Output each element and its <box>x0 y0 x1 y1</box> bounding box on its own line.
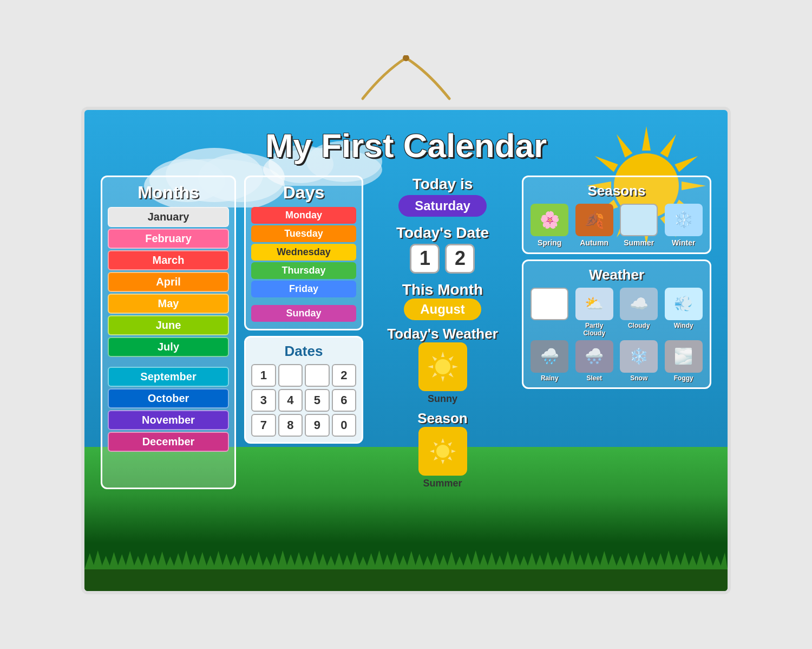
day-monday[interactable]: Monday <box>251 207 356 224</box>
weather-row2: 🌧️ Rainy 🌨️ Sleet ❄️ Snow 🌫️ <box>529 340 704 382</box>
month-may[interactable]: May <box>108 294 229 314</box>
autumn-icon: 🍂 <box>575 204 613 236</box>
months-title: Months <box>108 183 229 203</box>
winter-label: Winter <box>672 238 695 247</box>
dates-grid: 1 2 3 4 5 6 7 8 9 0 <box>251 364 356 437</box>
month-october[interactable]: October <box>108 388 229 408</box>
svg-marker-62 <box>253 551 264 569</box>
seasons-title: Seasons <box>529 183 704 199</box>
svg-point-29 <box>435 359 450 374</box>
weather-row1: ⛅ Partly Cloudy ☁️ Cloudy 💨 Windy <box>529 288 704 337</box>
date-digit-2[interactable]: 2 <box>445 244 475 274</box>
month-january[interactable]: January <box>108 207 229 227</box>
svg-marker-21 <box>441 352 444 357</box>
snow-label: Snow <box>630 374 647 382</box>
snow-icon: ❄️ <box>620 340 658 373</box>
season-icon[interactable] <box>418 427 467 476</box>
day-sunday[interactable]: Sunday <box>251 305 356 322</box>
date-2[interactable]: 2 <box>332 364 357 387</box>
date-empty2[interactable] <box>305 364 330 387</box>
todays-weather-icon[interactable] <box>418 342 467 391</box>
todays-weather-name: Sunny <box>428 393 457 405</box>
date-1[interactable]: 1 <box>251 364 276 387</box>
season-winter[interactable]: ❄️ Winter <box>663 204 705 247</box>
day-friday[interactable]: Friday <box>251 281 356 297</box>
svg-marker-24 <box>448 372 454 378</box>
season-section: Season <box>417 410 468 489</box>
todays-date-label: Today's Date <box>396 224 489 242</box>
month-december[interactable]: December <box>108 432 229 452</box>
sleet-label: Sleet <box>586 374 602 382</box>
month-november[interactable]: November <box>108 410 229 430</box>
summer-icon <box>620 204 658 236</box>
date-empty1[interactable] <box>278 364 303 387</box>
season-summer[interactable]: Summer <box>618 204 660 247</box>
cloudy-icon: ☁️ <box>620 288 658 320</box>
svg-marker-98 <box>542 551 553 569</box>
date-digit-1[interactable]: 1 <box>410 244 440 274</box>
svg-point-39 <box>436 445 449 458</box>
spring-label: Spring <box>538 238 561 247</box>
this-month-label: This Month <box>402 281 483 298</box>
svg-rect-40 <box>84 569 728 591</box>
date-6[interactable]: 6 <box>332 389 357 412</box>
svg-marker-22 <box>448 355 454 361</box>
grass-decoration <box>84 548 728 591</box>
day-wednesday[interactable]: Wednesday <box>251 244 356 261</box>
summer-label: Summer <box>624 238 654 247</box>
date-0[interactable]: 0 <box>332 414 357 437</box>
calendar-board: My First Calendar Months January Februar… <box>81 107 731 594</box>
partly-cloudy-icon: ⛅ <box>575 288 613 320</box>
todays-date-section: Today's Date 1 2 <box>396 224 489 276</box>
rainy-icon: 🌧️ <box>531 340 568 373</box>
this-month-section: This Month August <box>402 281 483 320</box>
dates-section: Dates 1 2 3 4 5 6 7 8 9 0 <box>244 336 363 444</box>
month-july[interactable]: July <box>108 337 229 357</box>
weather-rainy[interactable]: 🌧️ Rainy <box>529 340 571 382</box>
weather-sleet[interactable]: 🌨️ Sleet <box>574 340 615 382</box>
days-title: Days <box>251 183 356 203</box>
month-march[interactable]: March <box>108 250 229 270</box>
day-tuesday[interactable]: Tuesday <box>251 225 356 242</box>
autumn-label: Autumn <box>580 238 608 247</box>
foggy-label: Foggy <box>674 374 693 382</box>
weather-cloudy[interactable]: ☁️ Cloudy <box>618 288 660 337</box>
today-label: Today is <box>398 176 487 193</box>
month-september[interactable]: September <box>108 367 229 387</box>
svg-marker-25 <box>441 377 444 382</box>
svg-marker-28 <box>431 355 437 361</box>
month-june[interactable]: June <box>108 315 229 335</box>
weather-foggy[interactable]: 🌫️ Foggy <box>663 340 705 382</box>
season-autumn[interactable]: 🍂 Autumn <box>574 204 615 247</box>
weather-empty[interactable] <box>529 288 571 337</box>
today-section: Today is Saturday <box>398 176 487 219</box>
date-3[interactable]: 3 <box>251 389 276 412</box>
date-8[interactable]: 8 <box>278 414 303 437</box>
date-5[interactable]: 5 <box>305 389 330 412</box>
right-panel: Seasons 🌸 Spring 🍂 Autumn <box>522 176 711 489</box>
months-section: Months January February March April May … <box>101 176 236 489</box>
today-day-badge[interactable]: Saturday <box>398 195 487 217</box>
cloudy-label: Cloudy <box>628 322 650 329</box>
weather-windy[interactable]: 💨 Windy <box>663 288 705 337</box>
date-7[interactable]: 7 <box>251 414 276 437</box>
date-9[interactable]: 9 <box>305 414 330 437</box>
this-month-badge[interactable]: August <box>404 298 481 320</box>
weather-partly-cloudy[interactable]: ⛅ Partly Cloudy <box>574 288 615 337</box>
season-label: Season <box>417 410 468 427</box>
center-panel: Today is Saturday Today's Date 1 2 This … <box>371 176 514 489</box>
day-thursday[interactable]: Thursday <box>251 262 356 279</box>
svg-marker-26 <box>431 372 437 378</box>
svg-marker-46 <box>125 551 135 569</box>
month-february[interactable]: February <box>108 229 229 249</box>
date-4[interactable]: 4 <box>278 389 303 412</box>
date-display: 1 2 <box>396 244 489 274</box>
season-spring[interactable]: 🌸 Spring <box>529 204 571 247</box>
weather-panel-title: Weather <box>529 267 704 283</box>
weather-snow[interactable]: ❄️ Snow <box>618 340 660 382</box>
weather-empty-icon <box>531 288 568 320</box>
month-april[interactable]: April <box>108 272 229 292</box>
season-name: Summer <box>423 478 462 489</box>
weather-panel: Weather ⛅ Partly Cloudy ☁️ <box>522 259 711 389</box>
svg-marker-42 <box>93 550 103 569</box>
